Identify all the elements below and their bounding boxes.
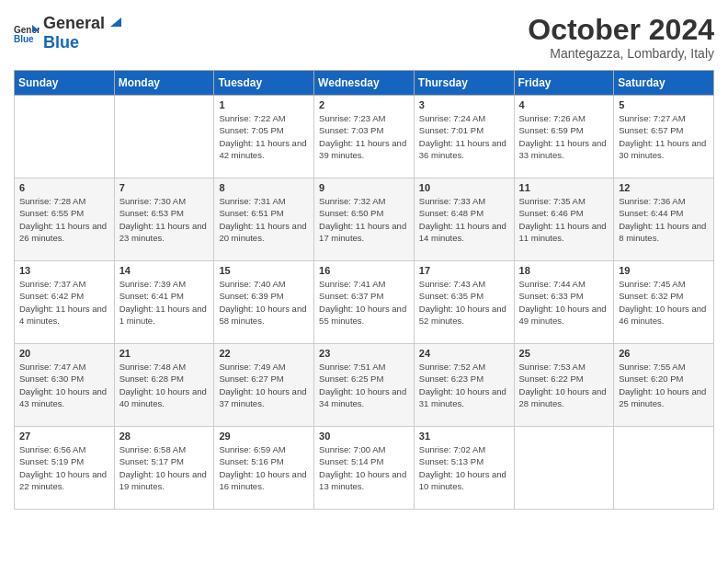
weekday-header-monday: Monday <box>114 71 214 96</box>
calendar-cell: 15Sunrise: 7:40 AM Sunset: 6:39 PM Dayli… <box>214 261 314 344</box>
day-number: 28 <box>119 431 210 442</box>
day-info: Sunrise: 7:49 AM Sunset: 6:27 PM Dayligh… <box>219 361 309 409</box>
calendar-cell: 16Sunrise: 7:41 AM Sunset: 6:37 PM Dayli… <box>314 261 415 344</box>
day-number: 16 <box>319 265 409 276</box>
day-info: Sunrise: 6:56 AM Sunset: 5:19 PM Dayligh… <box>19 443 109 492</box>
day-number: 9 <box>319 182 409 193</box>
day-info: Sunrise: 7:00 AM Sunset: 5:14 PM Dayligh… <box>319 443 409 492</box>
calendar-cell <box>15 96 115 178</box>
day-info: Sunrise: 7:40 AM Sunset: 6:39 PM Dayligh… <box>219 278 309 327</box>
day-info: Sunrise: 7:28 AM Sunset: 6:55 PM Dayligh… <box>19 195 109 244</box>
weekday-header-sunday: Sunday <box>15 71 115 96</box>
calendar-cell: 12Sunrise: 7:36 AM Sunset: 6:44 PM Dayli… <box>614 178 714 261</box>
day-info: Sunrise: 6:59 AM Sunset: 5:16 PM Dayligh… <box>219 443 309 492</box>
day-info: Sunrise: 7:55 AM Sunset: 6:20 PM Dayligh… <box>619 361 709 409</box>
day-number: 3 <box>419 99 509 110</box>
calendar-cell: 6Sunrise: 7:28 AM Sunset: 6:55 PM Daylig… <box>15 178 115 261</box>
day-number: 22 <box>219 348 309 359</box>
logo-triangle-icon <box>107 14 121 29</box>
calendar-cell: 19Sunrise: 7:45 AM Sunset: 6:32 PM Dayli… <box>614 261 714 344</box>
calendar-cell: 26Sunrise: 7:55 AM Sunset: 6:20 PM Dayli… <box>614 344 714 427</box>
calendar-table: SundayMondayTuesdayWednesdayThursdayFrid… <box>14 70 714 510</box>
day-number: 7 <box>119 182 210 193</box>
calendar-cell: 9Sunrise: 7:32 AM Sunset: 6:50 PM Daylig… <box>314 178 415 261</box>
calendar-cell: 28Sunrise: 6:58 AM Sunset: 5:17 PM Dayli… <box>114 427 214 510</box>
calendar-cell: 5Sunrise: 7:27 AM Sunset: 6:57 PM Daylig… <box>614 96 714 178</box>
day-info: Sunrise: 7:23 AM Sunset: 7:03 PM Dayligh… <box>319 112 409 161</box>
day-number: 2 <box>319 99 409 110</box>
calendar-cell: 7Sunrise: 7:30 AM Sunset: 6:53 PM Daylig… <box>114 178 214 261</box>
day-info: Sunrise: 7:22 AM Sunset: 7:05 PM Dayligh… <box>219 112 309 161</box>
day-info: Sunrise: 7:36 AM Sunset: 6:44 PM Dayligh… <box>619 195 709 244</box>
weekday-header-saturday: Saturday <box>614 71 714 96</box>
weekday-header-tuesday: Tuesday <box>214 71 314 96</box>
day-number: 21 <box>119 348 210 359</box>
calendar-cell <box>514 427 614 510</box>
day-number: 31 <box>419 431 509 442</box>
svg-marker-3 <box>110 17 121 27</box>
calendar-week-row: 1Sunrise: 7:22 AM Sunset: 7:05 PM Daylig… <box>15 96 714 178</box>
day-info: Sunrise: 7:39 AM Sunset: 6:41 PM Dayligh… <box>119 278 210 327</box>
calendar-cell: 31Sunrise: 7:02 AM Sunset: 5:13 PM Dayli… <box>414 427 514 510</box>
calendar-cell: 2Sunrise: 7:23 AM Sunset: 7:03 PM Daylig… <box>314 96 415 178</box>
day-info: Sunrise: 7:02 AM Sunset: 5:13 PM Dayligh… <box>419 443 509 492</box>
location-text: Mantegazza, Lombardy, Italy <box>528 46 714 61</box>
calendar-cell <box>614 427 714 510</box>
day-number: 19 <box>619 265 709 276</box>
day-info: Sunrise: 7:52 AM Sunset: 6:23 PM Dayligh… <box>419 361 509 409</box>
calendar-cell: 20Sunrise: 7:47 AM Sunset: 6:30 PM Dayli… <box>15 344 115 427</box>
day-info: Sunrise: 7:33 AM Sunset: 6:48 PM Dayligh… <box>419 195 509 244</box>
day-info: Sunrise: 7:51 AM Sunset: 6:25 PM Dayligh… <box>319 361 409 409</box>
calendar-cell: 4Sunrise: 7:26 AM Sunset: 6:59 PM Daylig… <box>514 96 614 178</box>
calendar-week-row: 20Sunrise: 7:47 AM Sunset: 6:30 PM Dayli… <box>15 344 714 427</box>
day-number: 24 <box>419 348 509 359</box>
day-info: Sunrise: 7:48 AM Sunset: 6:28 PM Dayligh… <box>119 361 210 409</box>
day-info: Sunrise: 7:35 AM Sunset: 6:46 PM Dayligh… <box>519 195 609 244</box>
day-number: 11 <box>519 182 609 193</box>
day-number: 5 <box>619 99 709 110</box>
calendar-cell: 13Sunrise: 7:37 AM Sunset: 6:42 PM Dayli… <box>15 261 115 344</box>
day-number: 6 <box>19 182 109 193</box>
day-number: 29 <box>219 431 309 442</box>
logo: General Blue General Blue <box>14 14 122 52</box>
page-header: General Blue General Blue October 2024 M… <box>14 14 714 61</box>
day-info: Sunrise: 7:32 AM Sunset: 6:50 PM Dayligh… <box>319 195 409 244</box>
logo-icon: General Blue <box>14 20 40 46</box>
month-title: October 2024 <box>528 14 714 46</box>
day-info: Sunrise: 7:53 AM Sunset: 6:22 PM Dayligh… <box>519 361 609 409</box>
calendar-cell: 22Sunrise: 7:49 AM Sunset: 6:27 PM Dayli… <box>214 344 314 427</box>
calendar-cell: 18Sunrise: 7:44 AM Sunset: 6:33 PM Dayli… <box>514 261 614 344</box>
day-info: Sunrise: 6:58 AM Sunset: 5:17 PM Dayligh… <box>119 443 210 492</box>
calendar-cell: 23Sunrise: 7:51 AM Sunset: 6:25 PM Dayli… <box>314 344 415 427</box>
calendar-cell: 27Sunrise: 6:56 AM Sunset: 5:19 PM Dayli… <box>15 427 115 510</box>
day-number: 13 <box>19 265 109 276</box>
calendar-cell: 1Sunrise: 7:22 AM Sunset: 7:05 PM Daylig… <box>214 96 314 178</box>
calendar-cell: 21Sunrise: 7:48 AM Sunset: 6:28 PM Dayli… <box>114 344 214 427</box>
day-info: Sunrise: 7:44 AM Sunset: 6:33 PM Dayligh… <box>519 278 609 327</box>
day-number: 8 <box>219 182 309 193</box>
day-info: Sunrise: 7:37 AM Sunset: 6:42 PM Dayligh… <box>19 278 109 327</box>
weekday-header-friday: Friday <box>514 71 614 96</box>
day-number: 18 <box>519 265 609 276</box>
calendar-cell: 8Sunrise: 7:31 AM Sunset: 6:51 PM Daylig… <box>214 178 314 261</box>
calendar-week-row: 13Sunrise: 7:37 AM Sunset: 6:42 PM Dayli… <box>15 261 714 344</box>
day-info: Sunrise: 7:41 AM Sunset: 6:37 PM Dayligh… <box>319 278 409 327</box>
calendar-cell: 17Sunrise: 7:43 AM Sunset: 6:35 PM Dayli… <box>414 261 514 344</box>
calendar-cell: 3Sunrise: 7:24 AM Sunset: 7:01 PM Daylig… <box>414 96 514 178</box>
svg-text:Blue: Blue <box>14 34 34 44</box>
title-area: October 2024 Mantegazza, Lombardy, Italy <box>528 14 714 61</box>
day-info: Sunrise: 7:45 AM Sunset: 6:32 PM Dayligh… <box>619 278 709 327</box>
day-number: 1 <box>219 99 309 110</box>
calendar-cell: 10Sunrise: 7:33 AM Sunset: 6:48 PM Dayli… <box>414 178 514 261</box>
day-info: Sunrise: 7:47 AM Sunset: 6:30 PM Dayligh… <box>19 361 109 409</box>
calendar-cell: 30Sunrise: 7:00 AM Sunset: 5:14 PM Dayli… <box>314 427 415 510</box>
day-info: Sunrise: 7:26 AM Sunset: 6:59 PM Dayligh… <box>519 112 609 161</box>
calendar-cell: 25Sunrise: 7:53 AM Sunset: 6:22 PM Dayli… <box>514 344 614 427</box>
day-info: Sunrise: 7:27 AM Sunset: 6:57 PM Dayligh… <box>619 112 709 161</box>
logo-general-text: General <box>43 14 105 33</box>
calendar-cell <box>114 96 214 178</box>
day-number: 26 <box>619 348 709 359</box>
day-number: 27 <box>19 431 109 442</box>
day-number: 30 <box>319 431 409 442</box>
calendar-cell: 29Sunrise: 6:59 AM Sunset: 5:16 PM Dayli… <box>214 427 314 510</box>
